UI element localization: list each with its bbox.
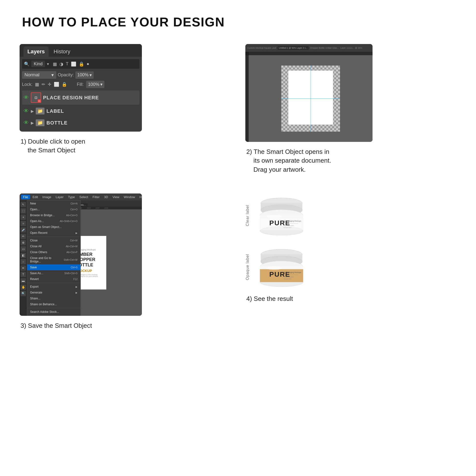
panel-tabs: Layers History [19,44,142,57]
menu-help[interactable]: Help [137,195,142,199]
menu-image[interactable]: Image [40,195,53,199]
tool-clone[interactable]: ⊕ [20,240,26,245]
menu-export[interactable]: Export▶ [27,284,81,289]
menu-search-stock[interactable]: Search Adobe Stock... [27,309,81,315]
blending-dropdown[interactable]: Normal ▾ [22,71,56,79]
eye-icon-3[interactable]: 👁 [23,119,29,126]
canvas-tab-4[interactable]: Layer 11111... @ 25% [340,47,362,49]
lock-all-icon[interactable]: 🔒 [62,82,67,87]
filter-adjust-icon[interactable]: ◑ [59,61,63,67]
menu-generate[interactable]: Generate▶ [27,289,81,295]
menu-type[interactable]: Type [66,195,77,199]
layer-place-design[interactable]: 👁 ⊡ ⊡ PLACE DESIGN HERE [22,90,139,105]
tool-select[interactable]: ⬚ [20,208,26,214]
tool-gradient[interactable]: ◧ [20,253,26,258]
menu-close[interactable]: CloseCtrl+W [27,238,81,243]
tool-eyedrop[interactable]: 💉 [20,227,26,233]
lock-pixels-icon[interactable]: ▦ [35,82,39,87]
layer-thumb-1: ⊡ ⊡ [31,92,41,103]
lock-artboard-icon[interactable]: ⬜ [54,82,59,87]
menu-share-behance[interactable]: Share on Behance... [27,301,81,307]
eye-icon-2[interactable]: 👁 [23,108,29,114]
menu-save[interactable]: SaveCtrl+S [27,264,81,270]
menu-new[interactable]: NewCtrl+N [27,201,81,206]
tool-shape[interactable]: ▬ [20,278,26,284]
layers-panel: Layers History 🔍 Kind ▾ ▦ ◑ T ⬜ [19,44,142,132]
menu-3d[interactable]: 3D [102,195,110,199]
page-title: HOW TO PLACE YOUR DESIGN [19,15,457,29]
tool-zoom[interactable]: 🔍 [20,291,26,296]
tab-history[interactable]: History [50,47,74,57]
opacity-label: Opacity: [58,72,74,78]
tool-lasso[interactable]: ⌖ [20,215,26,220]
menu-close-bridge[interactable]: Close and Go to Bridge...Shift+Ctrl+W [27,255,81,264]
tool-brush[interactable]: ✏ [20,234,26,239]
menu-open-as[interactable]: Open As...Alt+Shift+Ctrl+O [27,218,81,224]
eye-icon-1[interactable]: 👁 [23,94,29,101]
opacity-control[interactable]: 100% ▾ [75,71,94,79]
filter-row: 🔍 Kind ▾ ▦ ◑ T ⬜ 🔒 ● [22,59,139,69]
filter-kind-dropdown[interactable]: Kind [31,61,45,67]
menu-select[interactable]: Select [77,195,90,199]
menu-close-all[interactable]: Close AllAlt+Ctrl+W [27,243,81,249]
lock-row: Lock: ▦ ✏ ✛ ⬜ 🔒 Fill: 100% ▾ [22,81,139,88]
menu-layer[interactable]: Layer [54,195,66,199]
canvas-tab-2[interactable]: Untitled-1 @ 50% Layer 2 c... [278,46,309,50]
layer-bottle[interactable]: 👁 ▶ 📁 BOTTLE [22,118,139,128]
step4-text: 4) See the result [246,295,293,302]
separator-1 [27,237,81,237]
tool-eraser[interactable]: ▭ [20,246,26,252]
canvas-tab-3[interactable]: Dropper-Bottle-Amber-Glas... [310,47,339,49]
filter-text-icon[interactable]: T [66,61,68,67]
menu-window[interactable]: Window [122,195,137,199]
svg-text:——————————: —————————— [284,274,298,275]
blending-value: Normal [24,72,39,78]
filter-shape-icon[interactable]: ⬜ [71,61,76,67]
canvas-doc-area [249,55,373,142]
ruler-vertical [245,55,249,142]
layer-label[interactable]: 👁 ▶ 📁 LABEL [22,106,139,117]
menu-save-as[interactable]: Save As...Shift+Ctrl+S [27,270,81,276]
menu-view[interactable]: View [111,195,121,199]
filter-dot-icon[interactable]: ● [86,61,89,67]
clear-label-jar: PURE 01 Packaging Mockups —————————— Pro… [255,193,308,238]
chevron-down-icon: ▾ [47,62,49,66]
lock-move-icon[interactable]: ✛ [48,82,51,87]
product-results: Clear label [245,193,373,289]
jar-clear-svg: PURE 01 Packaging Mockups —————————— Pro… [255,193,308,238]
separator-3 [27,308,81,308]
chevron-icon-3[interactable]: ▶ [31,120,34,125]
menu-edit[interactable]: Edit [31,195,40,199]
menu-open-smart[interactable]: Open as Smart Object... [27,224,81,230]
chevron-icon-2[interactable]: ▶ [31,109,34,114]
fill-control[interactable]: 100% ▾ [86,81,104,88]
menu-close-others[interactable]: Close OthersAlt+Ctrl+P [27,249,81,255]
clear-label-text: Clear label [245,205,250,226]
menu-file[interactable]: File [21,195,30,199]
svg-text:01 Packaging Mockups: 01 Packaging Mockups [284,220,301,222]
svg-point-33 [267,266,282,270]
tool-dodge[interactable]: ○ [20,259,26,264]
filter-smart-icon[interactable]: 🔒 [79,61,84,67]
layer1-name: PLACE DESIGN HERE [43,95,99,101]
menu-revert[interactable]: RevertF12 [27,276,81,282]
canvas-top-bar: Custom-Mockup-Square-.psd Untitled-1 @ 5… [245,44,373,52]
tool-hand[interactable]: ✋ [20,285,26,290]
tool-text[interactable]: T [20,272,26,277]
canvas-tab-1[interactable]: Custom-Mockup-Square-.psd [247,47,276,49]
tool-move[interactable]: ↖ [20,202,26,207]
tab-layers[interactable]: Layers [23,47,49,57]
menu-open[interactable]: Open...Ctrl+O [27,206,81,212]
tool-crop[interactable]: ⌗ [20,221,26,226]
menu-browse[interactable]: Browse in Bridge...Alt+Ctrl+O [27,212,81,218]
menu-open-recent[interactable]: Open Recent▶ [27,230,81,236]
filter-pixel-icon[interactable]: ▦ [53,61,57,67]
opaque-label-jar: PURE 01 Packaging Mockups —————————— Pro… [255,245,308,289]
menu-filter[interactable]: Filter [90,195,102,199]
svg-text:Product description: Product description [284,276,294,278]
tool-pen[interactable]: ✒ [20,265,26,271]
svg-text:——————————: —————————— [284,222,298,224]
menu-share[interactable]: Share... [27,295,81,301]
lock-brush-icon[interactable]: ✏ [42,82,45,87]
menu-place-embedded[interactable]: Place Embedded... [27,315,81,316]
